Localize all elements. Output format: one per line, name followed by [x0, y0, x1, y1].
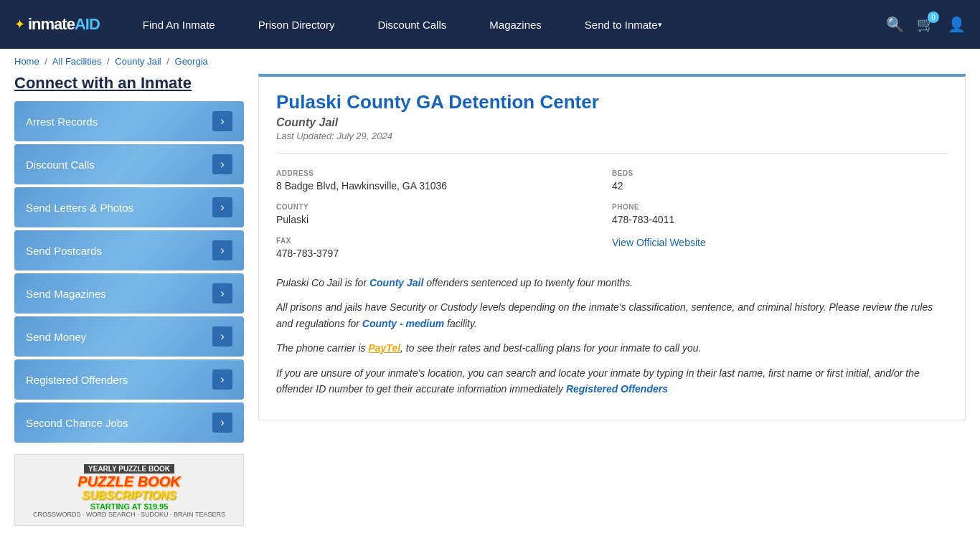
- ad-puzzle-label: PUZZLE BOOK: [33, 474, 225, 489]
- county-label: COUNTY: [276, 203, 603, 211]
- facility-info-grid: ADDRESS 8 Badge Blvd, Hawkinsville, GA 3…: [276, 153, 948, 265]
- nav-magazines[interactable]: Magazines: [468, 0, 563, 49]
- sidebar-menu: Arrest Records › Discount Calls › Send L…: [14, 101, 244, 443]
- nav-discount-calls[interactable]: Discount Calls: [356, 0, 468, 49]
- logo[interactable]: ✦ inmateAID: [14, 15, 100, 34]
- sidebar-send-money[interactable]: Send Money ›: [14, 316, 244, 357]
- breadcrumb-all-facilities[interactable]: All Facilities: [52, 56, 102, 67]
- address-cell: ADDRESS 8 Badge Blvd, Hawkinsville, GA 3…: [276, 164, 612, 197]
- desc2-after: facility.: [444, 318, 477, 329]
- sidebar-arrow-1: ›: [212, 154, 232, 174]
- beds-cell: BEDS 42: [612, 164, 948, 197]
- website-cell: View Official Website: [612, 231, 948, 265]
- logo-icon: ✦: [14, 17, 25, 32]
- sidebar-arrow-4: ›: [212, 283, 232, 303]
- county-cell: COUNTY Pulaski: [276, 197, 612, 231]
- county-jail-link[interactable]: County Jail: [369, 277, 423, 288]
- sidebar-arrow-6: ›: [212, 369, 232, 390]
- desc-para-2: All prisons and jails have Security or C…: [276, 299, 948, 331]
- sidebar-arrest-records[interactable]: Arrest Records ›: [14, 101, 244, 141]
- ad-banner[interactable]: YEARLY PUZZLE BOOK PUZZLE BOOK SUBSCRIPT…: [14, 454, 244, 526]
- sidebar-arrow-3: ›: [212, 240, 232, 260]
- desc3-text: The phone carrier is: [276, 342, 368, 354]
- county-value: Pulaski: [276, 214, 603, 225]
- sidebar-send-letters-label: Send Letters & Photos: [26, 202, 133, 214]
- content-area: Pulaski County GA Detention Center Count…: [258, 74, 966, 526]
- beds-value: 42: [612, 180, 939, 192]
- user-icon[interactable]: 👤: [948, 16, 966, 33]
- nav-prison-directory[interactable]: Prison Directory: [237, 0, 357, 49]
- breadcrumb-georgia[interactable]: Georgia: [175, 56, 208, 67]
- view-official-website-link[interactable]: View Official Website: [612, 237, 706, 248]
- sidebar-send-postcards[interactable]: Send Postcards ›: [14, 230, 244, 270]
- sidebar-arrest-records-label: Arrest Records: [26, 116, 98, 128]
- main-nav: Find An Inmate Prison Directory Discount…: [121, 0, 886, 49]
- paytel-link[interactable]: PayTel: [368, 342, 400, 354]
- sidebar-arrow-2: ›: [212, 197, 232, 217]
- main-layout: Connect with an Inmate Arrest Records › …: [0, 74, 980, 540]
- sidebar-send-letters[interactable]: Send Letters & Photos ›: [14, 187, 244, 227]
- desc-para-4: If you are unsure of your inmate's locat…: [276, 365, 948, 397]
- facility-name: Pulaski County GA Detention Center: [276, 91, 948, 113]
- breadcrumb-sep-3: /: [166, 56, 169, 67]
- sidebar-registered-offenders[interactable]: Registered Offenders ›: [14, 359, 244, 400]
- phone-label: PHONE: [612, 203, 939, 211]
- desc1-text: Pulaski Co Jail is for: [276, 277, 369, 288]
- sidebar-discount-calls-label: Discount Calls: [26, 159, 95, 171]
- beds-label: BEDS: [612, 169, 939, 177]
- address-label: ADDRESS: [276, 169, 603, 177]
- fax-label: FAX: [276, 237, 603, 245]
- sidebar-discount-calls[interactable]: Discount Calls ›: [14, 144, 244, 184]
- ad-starting-label: STARTING AT $19.95: [33, 502, 225, 511]
- facility-updated: Last Updated: July 29, 2024: [276, 131, 948, 141]
- county-medium-link[interactable]: County - medium: [362, 318, 444, 329]
- cart-badge: 0: [928, 11, 939, 23]
- breadcrumb-county-jail[interactable]: County Jail: [115, 56, 161, 67]
- facility-card: Pulaski County GA Detention Center Count…: [258, 74, 966, 420]
- logo-text: inmateAID: [28, 15, 100, 34]
- sidebar-send-money-label: Send Money: [26, 331, 86, 343]
- address-value: 8 Badge Blvd, Hawkinsville, GA 31036: [276, 180, 603, 192]
- sidebar: Connect with an Inmate Arrest Records › …: [14, 74, 244, 526]
- header-icons: 🔍 🛒 0 👤: [886, 16, 966, 33]
- sidebar-arrow-7: ›: [212, 413, 232, 433]
- description-area: Pulaski Co Jail is for County Jail offen…: [276, 275, 948, 397]
- sidebar-arrow-0: ›: [212, 111, 232, 131]
- nav-find-inmate[interactable]: Find An Inmate: [121, 0, 237, 49]
- sidebar-send-magazines-label: Send Magazines: [26, 288, 106, 300]
- sidebar-send-magazines[interactable]: Send Magazines ›: [14, 273, 244, 314]
- desc-para-1: Pulaski Co Jail is for County Jail offen…: [276, 275, 948, 291]
- ad-content: YEARLY PUZZLE BOOK PUZZLE BOOK SUBSCRIPT…: [26, 455, 232, 525]
- phone-cell: PHONE 478-783-4011: [612, 197, 948, 231]
- facility-type: County Jail: [276, 116, 948, 129]
- desc1-after: offenders sentenced up to twenty four mo…: [423, 277, 633, 288]
- phone-value: 478-783-4011: [612, 214, 939, 225]
- breadcrumb-sep-1: /: [44, 56, 47, 67]
- desc3-after: , to see their rates and best-calling pl…: [400, 342, 701, 354]
- nav-send-to-inmate[interactable]: Send to Inmate: [563, 0, 684, 49]
- ad-subscriptions-label: SUBSCRIPTIONS: [33, 489, 225, 502]
- sidebar-second-chance-jobs-label: Second Chance Jobs: [26, 417, 128, 429]
- sidebar-title: Connect with an Inmate: [14, 74, 244, 93]
- desc-para-3: The phone carrier is PayTel, to see thei…: [276, 340, 948, 356]
- ad-categories-label: CROSSWORDS · WORD SEARCH · SUDOKU · BRAI…: [33, 511, 225, 518]
- sidebar-registered-offenders-label: Registered Offenders: [26, 374, 128, 386]
- fax-cell: FAX 478-783-3797: [276, 231, 612, 265]
- search-icon[interactable]: 🔍: [886, 16, 904, 33]
- site-header: ✦ inmateAID Find An Inmate Prison Direct…: [0, 0, 980, 49]
- cart-icon[interactable]: 🛒 0: [917, 16, 935, 33]
- ad-yearly-label: YEARLY PUZZLE BOOK: [84, 464, 174, 474]
- sidebar-send-postcards-label: Send Postcards: [26, 245, 102, 257]
- breadcrumb: Home / All Facilities / County Jail / Ge…: [0, 49, 980, 74]
- fax-value: 478-783-3797: [276, 248, 603, 259]
- sidebar-second-chance-jobs[interactable]: Second Chance Jobs ›: [14, 402, 244, 443]
- sidebar-arrow-5: ›: [212, 326, 232, 347]
- registered-offenders-link[interactable]: Registered Offenders: [566, 383, 668, 395]
- breadcrumb-sep-2: /: [107, 56, 110, 67]
- breadcrumb-home[interactable]: Home: [14, 56, 39, 67]
